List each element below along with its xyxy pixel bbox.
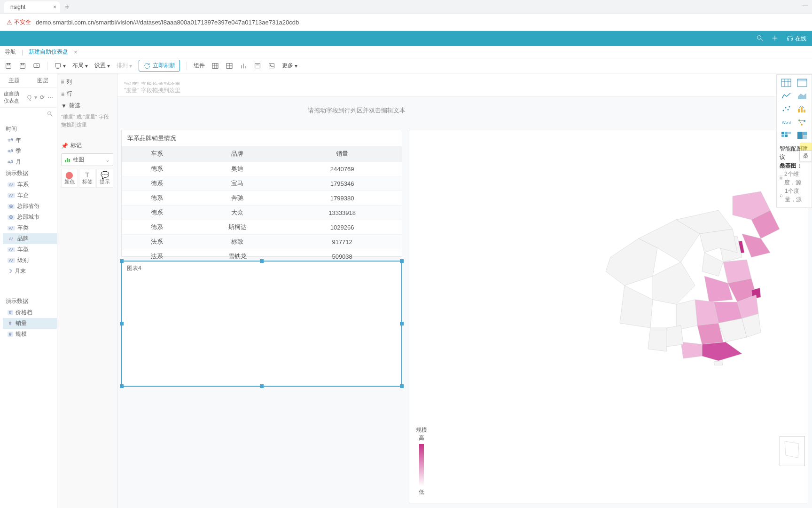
refresh-ds-icon[interactable]: ⟳ xyxy=(40,94,45,101)
palette-treemap-icon[interactable] xyxy=(797,131,807,140)
row-shelf[interactable]: ≡行 xyxy=(61,88,113,100)
tree-node-month[interactable]: ⌗#月 xyxy=(3,157,57,167)
tab-layer[interactable]: 图层 xyxy=(29,73,57,87)
palette-combo-icon[interactable] xyxy=(797,105,807,113)
palette-area-icon[interactable] xyxy=(797,92,807,100)
palette-wordcloud-icon[interactable]: Word xyxy=(781,118,791,127)
barchart-icon[interactable] xyxy=(240,62,247,70)
more-button[interactable]: 更多 ▾ xyxy=(282,62,297,70)
prov-liaoning[interactable] xyxy=(742,234,770,257)
th-brand[interactable]: 品牌 xyxy=(192,146,282,162)
table-icon[interactable] xyxy=(211,62,219,70)
save-button[interactable] xyxy=(5,62,12,70)
close-tab-icon[interactable]: × xyxy=(53,4,56,10)
table-row[interactable]: 德系大众13333918 xyxy=(122,206,402,220)
palette-scatter-icon[interactable] xyxy=(781,105,791,113)
minimap[interactable] xyxy=(780,436,805,466)
tree-group-demo2[interactable]: 演示数据 xyxy=(3,295,57,307)
insecure-badge[interactable]: 不安全 xyxy=(7,18,31,26)
mark-color[interactable]: ⬤颜色 xyxy=(61,169,78,188)
tree-group-demo[interactable]: 演示数据 xyxy=(3,167,57,179)
handle-br[interactable] xyxy=(400,384,404,388)
th-sales[interactable]: 销量 xyxy=(282,146,402,162)
handle-ml[interactable] xyxy=(120,322,124,325)
tree-node-year[interactable]: ⌗#年 xyxy=(3,135,57,146)
sidebar-search[interactable] xyxy=(0,108,57,121)
prov-hainan[interactable] xyxy=(714,361,723,365)
url-text[interactable]: demo.smartbi.com.cn/smartbi/vision/#/dat… xyxy=(36,19,299,26)
prov-hunan[interactable] xyxy=(697,323,723,344)
component-button[interactable]: 组件 xyxy=(194,62,205,70)
tree-node-brand[interactable]: Aᵃ品牌 xyxy=(3,233,57,244)
tree-node-scale[interactable]: #规模 xyxy=(3,329,57,340)
device-button[interactable]: ▾ xyxy=(54,62,66,70)
preview-button[interactable] xyxy=(33,62,40,70)
tree-node-sales[interactable]: #销量 xyxy=(3,318,57,329)
tree-node-pricetier[interactable]: #价格档 xyxy=(3,307,57,318)
table-row[interactable]: 德系斯柯达1029266 xyxy=(122,220,402,235)
add-icon[interactable] xyxy=(771,34,779,43)
chart-type-select[interactable]: 柱图 ⌄ xyxy=(61,153,113,166)
palette-table-icon[interactable] xyxy=(781,79,791,87)
th-series[interactable]: 车系 xyxy=(122,146,192,162)
palette-crosstab-icon[interactable] xyxy=(797,79,807,87)
canvas-title-hint[interactable]: 请拖动字段到行列区并双击编辑文本 xyxy=(117,106,596,115)
prov-guangdong[interactable] xyxy=(702,342,742,361)
minimize-icon[interactable]: — xyxy=(802,2,808,9)
canvas[interactable]: "维度" 字段拖拽到这里 "度量" 字段拖拽到这里 请拖动字段到行列区并双击编辑… xyxy=(117,73,812,508)
prov-guangxi[interactable] xyxy=(681,342,702,358)
palette-line-icon[interactable] xyxy=(781,92,791,100)
tree-node-city[interactable]: ⦿总部城市 xyxy=(3,212,57,222)
tree-node-company[interactable]: Aᵃ车企 xyxy=(3,190,57,201)
handle-bl[interactable] xyxy=(120,384,124,388)
tab-theme[interactable]: 主题 xyxy=(0,73,29,87)
close-doc-icon[interactable]: × xyxy=(74,49,77,56)
widget-map[interactable]: 规模 高 低 xyxy=(409,130,808,503)
settings-button[interactable]: 设置 ▾ xyxy=(94,62,110,70)
text-icon[interactable] xyxy=(254,62,261,70)
prov-guizhou[interactable] xyxy=(667,325,683,347)
column-shelf[interactable]: ⦙⦙⦙列 xyxy=(61,76,113,88)
handle-bc[interactable] xyxy=(260,384,264,388)
filter-dropzone[interactable]: "维度" 或 "度量" 字段拖拽到这里 xyxy=(61,111,113,133)
tree-node-rank[interactable]: Aᵃ级别 xyxy=(3,255,57,266)
nav-link[interactable]: 导航 xyxy=(5,48,16,56)
table-row[interactable]: 德系宝马1795346 xyxy=(122,176,402,191)
tree-node-monthend[interactable]: ☽月末 xyxy=(3,266,57,277)
dataset-selector[interactable]: 建自助仪表盘 Q ▾ ⟳ ⋯ xyxy=(0,87,57,108)
handle-tl[interactable] xyxy=(120,259,124,263)
tree-node-province[interactable]: ⦿总部省份 xyxy=(3,201,57,212)
crosstab-icon[interactable] xyxy=(226,62,233,70)
tree-group-time[interactable]: 时间 xyxy=(3,123,57,135)
palette-heatmap-icon[interactable] xyxy=(781,131,791,140)
tree-node-quarter[interactable]: ⌗#季 xyxy=(3,146,57,157)
tree-node-model[interactable]: Aᵃ车型 xyxy=(3,244,57,255)
mark-label[interactable]: T标签 xyxy=(79,169,96,188)
prov-tibet[interactable] xyxy=(620,286,653,328)
browser-tab[interactable]: nsight × xyxy=(4,1,60,13)
handle-mr[interactable] xyxy=(400,322,404,325)
save-as-button[interactable] xyxy=(19,62,26,70)
handle-tr[interactable] xyxy=(400,259,404,263)
more-ds-icon[interactable]: ⋯ xyxy=(47,94,53,101)
layout-button[interactable]: 布局 ▾ xyxy=(72,62,88,70)
table-row[interactable]: 法系标致917712 xyxy=(122,235,402,249)
widget-table[interactable]: 车系品牌销量情况 车系 品牌 销量 德系奥迪2440769德系宝马1795346… xyxy=(121,130,402,257)
refresh-button[interactable]: 立即刷新 xyxy=(139,60,180,71)
row-drop[interactable]: "度量" 字段拖拽到这里 xyxy=(117,87,187,95)
mark-tooltip[interactable]: 💬提示 xyxy=(96,169,113,188)
current-doc[interactable]: 新建自助仪表盘 xyxy=(29,48,68,56)
prov-qinghai[interactable] xyxy=(653,262,695,304)
handle-tc[interactable] xyxy=(260,259,264,263)
prov-shanxi[interactable] xyxy=(702,253,723,276)
prov-yunnan[interactable] xyxy=(648,328,667,351)
tree-node-series[interactable]: Aᵃ车系 xyxy=(3,179,57,190)
search-icon[interactable] xyxy=(756,34,764,43)
palette-relation-icon[interactable] xyxy=(797,118,807,127)
prov-xinjiang[interactable] xyxy=(606,238,657,286)
new-tab-button[interactable]: + xyxy=(65,3,69,11)
image-icon[interactable] xyxy=(268,62,275,70)
support-icon[interactable]: 在线 xyxy=(786,35,806,43)
tree-node-category[interactable]: Aᵃ车类 xyxy=(3,222,57,233)
table-row[interactable]: 德系奔驰1799380 xyxy=(122,191,402,206)
